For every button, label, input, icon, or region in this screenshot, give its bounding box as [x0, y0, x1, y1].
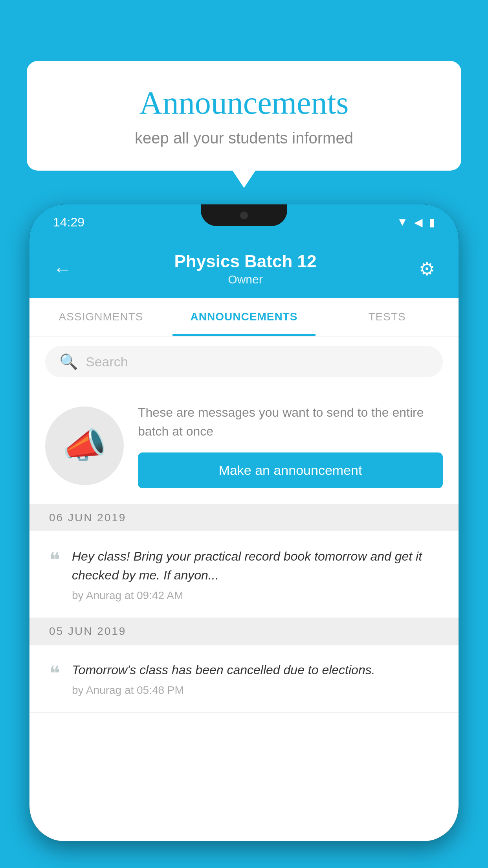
phone-frame: 14:29 ▼ ◀ ▮ ← Physics Batch 12 Owner ⚙ A…	[29, 204, 459, 841]
promo-right: These are messages you want to send to t…	[138, 403, 443, 488]
tab-assignments[interactable]: ASSIGNMENTS	[29, 298, 172, 336]
status-time: 14:29	[53, 215, 84, 230]
phone-container: 14:29 ▼ ◀ ▮ ← Physics Batch 12 Owner ⚙ A…	[29, 204, 459, 868]
status-icons: ▼ ◀ ▮	[397, 216, 435, 229]
megaphone-icon: 📣	[62, 425, 106, 466]
promo-icon-circle: 📣	[45, 406, 124, 485]
speech-bubble-title: Announcements	[58, 85, 430, 121]
quote-icon-2: ❝	[49, 664, 60, 684]
header-center: Physics Batch 12 Owner	[174, 252, 317, 286]
tabs-container: ASSIGNMENTS ANNOUNCEMENTS TESTS	[29, 298, 459, 337]
announcement-item-2[interactable]: ❝ Tomorrow's class has been cancelled du…	[29, 645, 459, 713]
quote-icon-1: ❝	[49, 550, 60, 570]
settings-icon[interactable]: ⚙	[419, 258, 435, 280]
announcement-text-2: Tomorrow's class has been cancelled due …	[72, 660, 439, 679]
speech-bubble-subtitle: keep all your students informed	[58, 129, 430, 147]
search-bar: 🔍 Search	[29, 337, 459, 387]
wifi-icon: ▼	[397, 216, 408, 228]
search-icon: 🔍	[59, 353, 78, 370]
notch	[201, 204, 287, 226]
date-separator-jun6: 06 JUN 2019	[29, 504, 459, 531]
announcement-meta-1: by Anurag at 09:42 AM	[72, 589, 439, 602]
date-separator-jun5: 05 JUN 2019	[29, 618, 459, 645]
signal-icon: ◀	[414, 216, 423, 229]
battery-icon: ▮	[429, 216, 435, 229]
app-header: ← Physics Batch 12 Owner ⚙	[29, 240, 459, 298]
phone-content: 🔍 Search 📣 These are messages you want t…	[29, 337, 459, 841]
speech-bubble: Announcements keep all your students inf…	[27, 61, 461, 171]
speech-bubble-container: Announcements keep all your students inf…	[27, 61, 461, 171]
search-input-container[interactable]: 🔍 Search	[45, 346, 443, 377]
make-announcement-button[interactable]: Make an announcement	[138, 452, 443, 488]
announcement-meta-2: by Anurag at 05:48 PM	[72, 684, 439, 697]
promo-description: These are messages you want to send to t…	[138, 403, 443, 441]
back-button[interactable]: ←	[53, 258, 72, 280]
announcement-text-wrap-2: Tomorrow's class has been cancelled due …	[72, 660, 439, 697]
search-input[interactable]: Search	[86, 354, 128, 370]
promo-area: 📣 These are messages you want to send to…	[29, 387, 459, 504]
announcement-text-wrap-1: Hey class! Bring your practical record b…	[72, 547, 439, 602]
header-subtitle: Owner	[174, 273, 317, 286]
camera-dot	[240, 211, 248, 219]
header-title: Physics Batch 12	[174, 252, 317, 271]
tab-announcements[interactable]: ANNOUNCEMENTS	[172, 298, 316, 336]
announcement-text-1: Hey class! Bring your practical record b…	[72, 547, 439, 585]
announcement-item-1[interactable]: ❝ Hey class! Bring your practical record…	[29, 531, 459, 618]
tab-tests[interactable]: TESTS	[316, 298, 459, 336]
